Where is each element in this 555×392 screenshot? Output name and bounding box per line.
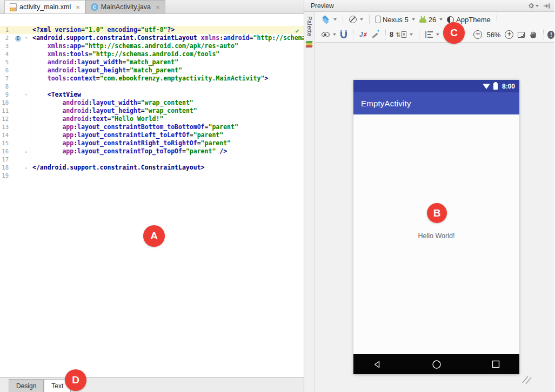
magnet-icon	[340, 32, 347, 38]
phone-icon	[376, 16, 380, 23]
clear-constraints-button[interactable]: J✗	[359, 31, 367, 38]
inspection-status-icon[interactable]: ✔	[296, 27, 299, 35]
code-line: 18▵</android.support.constraint.Constrai…	[0, 164, 304, 172]
preview-toolbar-row-2: J✗ 8 ⇅	[315, 27, 554, 42]
line-number: 15	[0, 139, 13, 147]
palette-tool-strip: Palette	[304, 12, 315, 392]
code-line: 17	[0, 156, 304, 164]
line-number: 3	[0, 42, 13, 50]
zoom-to-fit-button[interactable]	[518, 32, 525, 38]
tab-label: activity_main.xml	[19, 3, 71, 11]
code-line: 2C▿<android.support.constraint.Constrain…	[0, 34, 304, 42]
align-selector[interactable]	[425, 31, 439, 38]
wifi-icon	[483, 84, 490, 89]
line-number: 16	[0, 147, 13, 156]
line-number: 1	[0, 26, 13, 34]
chevron-down-icon	[439, 18, 443, 21]
line-number: 2	[0, 34, 13, 42]
editor-tab-bar: activity_main.xml × C MainActivity.java …	[0, 0, 304, 14]
line-number: 8	[0, 83, 13, 91]
zoom-level: 56%	[486, 31, 500, 39]
java-class-icon: C	[91, 3, 98, 11]
android-icon	[419, 18, 426, 23]
line-number: 18	[0, 164, 13, 172]
close-icon[interactable]: ×	[76, 3, 80, 11]
preview-toolbar-row-1: Nexus 5 26 AppTheme	[315, 12, 554, 27]
view-options-button[interactable]	[322, 32, 336, 37]
magic-wand-icon	[372, 31, 379, 38]
tab-activity-main-xml[interactable]: activity_main.xml ×	[4, 0, 85, 13]
tab-label: MainActivity.java	[101, 3, 151, 11]
device-nav-bar	[353, 354, 519, 374]
hide-panel-icon[interactable]	[543, 3, 550, 9]
tab-design[interactable]: Design	[9, 379, 44, 392]
code-lines: 1<?xml version="1.0" encoding="utf-8"?>2…	[0, 14, 304, 180]
device-name: Nexus 5	[383, 16, 409, 24]
zoom-in-icon: +	[505, 30, 513, 39]
default-margin-value[interactable]: 8	[390, 31, 393, 38]
annotation-b: B	[427, 203, 447, 223]
home-icon	[432, 360, 442, 369]
device-app-bar: EmptyActivity	[353, 92, 519, 114]
infer-constraints-button[interactable]	[372, 31, 379, 38]
app-bar-title: EmptyActivity	[361, 99, 411, 108]
editor-mode-bar: Design Text	[0, 377, 304, 392]
pack-selector[interactable]: ⇅	[396, 31, 413, 38]
hello-world-text[interactable]: Hello World!	[353, 232, 519, 240]
fold-marker-icon[interactable]: ▿	[23, 91, 30, 99]
line-number: 12	[0, 115, 13, 123]
device-content: Hello World!	[353, 114, 519, 354]
preview-toolbar: Nexus 5 26 AppTheme	[315, 12, 554, 43]
layout-variants-button[interactable]	[322, 16, 337, 23]
line-number: 9	[0, 91, 13, 99]
code-line: 5 android:layout_width="match_parent"	[0, 58, 304, 66]
code-line: 1<?xml version="1.0" encoding="utf-8"?>	[0, 26, 304, 34]
warnings-errors-button[interactable]: !	[547, 31, 554, 39]
pack-icon: ⇅	[396, 31, 406, 38]
zoom-out-icon: −	[473, 30, 482, 39]
fold-marker-icon[interactable]: ▵	[23, 164, 30, 172]
recents-icon	[492, 360, 500, 368]
line-number: 14	[0, 131, 13, 139]
tab-mainactivity-java[interactable]: C MainActivity.java ×	[85, 0, 165, 13]
api-level-selector[interactable]: 26	[419, 16, 443, 24]
code-line: 10 android:layout_width="wrap_content"	[0, 99, 304, 107]
line-number: 11	[0, 107, 13, 115]
close-icon[interactable]: ×	[156, 3, 160, 11]
editor-panel: activity_main.xml × C MainActivity.java …	[0, 0, 304, 392]
chevron-down-icon	[412, 18, 415, 21]
code-line: 9▿ <TextView	[0, 91, 304, 99]
palette-tab[interactable]: Palette	[306, 16, 313, 37]
android-studio-window: activity_main.xml × C MainActivity.java …	[0, 0, 555, 392]
preview-panel: Preview Palette	[304, 0, 554, 392]
fold-marker-icon[interactable]: ▵	[23, 147, 30, 156]
device-selector[interactable]: Nexus 5	[376, 16, 415, 24]
code-line: 6 android:layout_height="match_parent"	[0, 66, 304, 75]
tab-label: Text	[51, 382, 63, 390]
layers-icon	[322, 16, 330, 23]
zoom-in-button[interactable]: +	[505, 30, 513, 39]
autoconnect-button[interactable]	[340, 31, 347, 38]
code-editor[interactable]: 1<?xml version="1.0" encoding="utf-8"?>2…	[0, 14, 304, 377]
tab-label: Design	[16, 382, 36, 390]
resize-handle[interactable]	[520, 373, 534, 386]
fold-marker-icon[interactable]: ▿	[23, 34, 30, 42]
hand-icon	[529, 31, 537, 39]
gear-icon[interactable]	[527, 2, 539, 9]
status-time: 8:00	[502, 83, 515, 90]
line-number: 7	[0, 75, 13, 83]
device-screen[interactable]: 8:00 EmptyActivity Hello World!	[353, 80, 519, 374]
zoom-out-button[interactable]: −	[473, 30, 482, 39]
code-line: 16▵ app:layout_constraintTop_toTopOf="pa…	[0, 147, 304, 156]
code-line: 4 xmlns:tools="http://schemas.android.co…	[0, 50, 304, 58]
code-line: 3 xmlns:app="http://schemas.android.com/…	[0, 42, 304, 50]
preview-title: Preview	[311, 2, 523, 10]
palette-icon[interactable]	[306, 41, 313, 48]
code-line: 14 app:layout_constraintLeft_toLeftOf="p…	[0, 131, 304, 139]
night-mode-button[interactable]	[349, 16, 363, 23]
chevron-down-icon	[333, 33, 336, 36]
class-gutter-icon[interactable]: C	[15, 36, 21, 42]
pan-button[interactable]	[529, 31, 537, 39]
align-icon	[425, 31, 433, 38]
code-line: 8	[0, 83, 304, 91]
